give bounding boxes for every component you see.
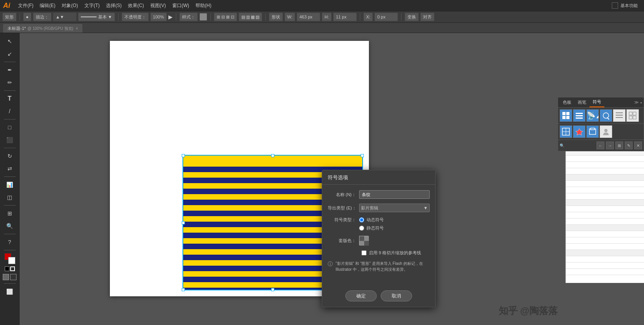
align-icons[interactable]: ⊞⊟⊠⊡ bbox=[214, 13, 237, 21]
stroke-color[interactable]: ● bbox=[23, 13, 31, 21]
tab-symbols[interactable]: 符号 bbox=[589, 97, 604, 107]
style-color[interactable] bbox=[199, 13, 207, 21]
opacity-expand[interactable]: ▶ bbox=[168, 14, 173, 20]
dialog-ok-button[interactable]: 确定 bbox=[345, 290, 377, 301]
main-layout: ↖ ↙ ✒ ✏ T / □ ⬛ ↻ ⇄ 📊 ◫ ⊞ 🔍 ? bbox=[0, 33, 644, 325]
opacity-label: 不透明度： bbox=[122, 13, 149, 21]
height-value[interactable]: 11 px bbox=[333, 13, 357, 21]
menu-help[interactable]: 帮助(H) bbox=[192, 1, 215, 11]
question-tool[interactable]: ? bbox=[4, 236, 16, 248]
menu-object[interactable]: 对象(O) bbox=[58, 1, 81, 11]
dialog-radio-dynamic[interactable]: 动态符号 bbox=[359, 217, 384, 223]
panel-btn-back[interactable]: ← bbox=[597, 141, 604, 149]
menu-window[interactable]: 窗口(W) bbox=[169, 1, 192, 11]
handle-bc[interactable] bbox=[271, 288, 274, 291]
menu-effect[interactable]: 效果(C) bbox=[125, 1, 147, 11]
reflect-tool[interactable]: ⇄ bbox=[4, 163, 16, 174]
normal-mode[interactable] bbox=[3, 274, 9, 280]
svg-rect-15 bbox=[616, 117, 623, 118]
menu-view[interactable]: 视图(V) bbox=[147, 1, 169, 11]
artboard-tool[interactable]: ⬜ bbox=[4, 286, 16, 297]
panel-btn-forward[interactable]: → bbox=[606, 141, 614, 149]
zoom-tool[interactable]: 🔍 bbox=[4, 220, 16, 232]
sym-icon-6[interactable] bbox=[626, 109, 639, 122]
toolbar-sep-2 bbox=[118, 13, 119, 20]
dialog-info-text: "影片剪辑" 和 "图形" 是用来导入 Flash 的标记，在 Illustra… bbox=[336, 261, 430, 272]
pen-tool[interactable]: ✒ bbox=[4, 64, 16, 76]
shape-selector[interactable]: 矩形 bbox=[2, 13, 16, 21]
rotate-tool[interactable]: ↻ bbox=[4, 150, 16, 162]
registration-color-swatch[interactable] bbox=[359, 236, 369, 245]
svg-rect-19 bbox=[633, 116, 636, 119]
handle-tl[interactable] bbox=[182, 154, 185, 157]
svg-rect-18 bbox=[629, 116, 632, 119]
transform-label[interactable]: 变换 bbox=[405, 13, 419, 21]
dialog-cancel-button[interactable]: 取消 bbox=[381, 290, 412, 301]
sym-icon-9[interactable] bbox=[586, 125, 599, 138]
handle-ml[interactable] bbox=[182, 221, 185, 224]
width-value[interactable]: 463 px bbox=[297, 13, 320, 21]
left-toolbar: ↖ ↙ ✒ ✏ T / □ ⬛ ↻ ⇄ 📊 ◫ ⊞ 🔍 ? bbox=[0, 33, 20, 325]
swatch-q2 bbox=[364, 236, 369, 241]
handle-tr[interactable] bbox=[361, 154, 364, 157]
direct-select-tool[interactable]: ↙ bbox=[4, 48, 16, 60]
symbol-options-dialog: 符号选项 名称 (N)： 导出类型 (E)： 影片剪辑 ▼ 符号类型 bbox=[322, 170, 436, 307]
watermark: 知乎 @陶落落 bbox=[499, 305, 558, 317]
align-label[interactable]: 对齐 bbox=[420, 13, 434, 21]
nineslice-label: 启用 9 格切片缩放的参考线 bbox=[369, 250, 421, 256]
tab-brushes[interactable]: 画笔 bbox=[575, 98, 589, 107]
sym-icon-10[interactable] bbox=[600, 125, 612, 138]
pencil-tool[interactable]: ✏ bbox=[4, 77, 16, 88]
select-tool[interactable]: ↖ bbox=[4, 35, 16, 47]
panel-close[interactable]: ▪ bbox=[640, 100, 642, 105]
sym-icon-4[interactable] bbox=[600, 109, 612, 122]
canvas-area[interactable]: 色板 画笔 符号 ≫ ▪ 📡 bbox=[20, 33, 644, 325]
radio-dynamic[interactable] bbox=[359, 217, 364, 222]
handle-bl[interactable] bbox=[182, 288, 185, 291]
dialog-radio-static[interactable]: 静态符号 bbox=[359, 225, 384, 231]
stroke-width-value[interactable]: ▲▼ bbox=[53, 13, 77, 21]
sym-icon-8[interactable] bbox=[573, 125, 586, 138]
dialog-export-select[interactable]: 影片剪辑 ▼ bbox=[359, 204, 430, 212]
document-tab[interactable]: 未标题-1* @ 100% (RGB/GPU 预览) × bbox=[3, 24, 82, 33]
menu-file[interactable]: 文件(F) bbox=[15, 1, 36, 11]
stroke-style-dropdown[interactable]: 基本 ▼ bbox=[78, 13, 115, 21]
type-tool[interactable]: T bbox=[4, 93, 16, 105]
panel-bottom-bar: 🔍 ← → ⊞ ✎ ✕ bbox=[558, 140, 644, 151]
fill-icon[interactable] bbox=[5, 266, 9, 271]
symbol-tool[interactable]: ⊞ bbox=[4, 207, 16, 219]
svg-rect-4 bbox=[562, 112, 566, 115]
radio-static[interactable] bbox=[359, 226, 364, 231]
panel-menu[interactable]: ≫ bbox=[634, 100, 639, 105]
menu-text[interactable]: 文字(T) bbox=[81, 1, 103, 11]
dialog-name-label: 名称 (N)： bbox=[328, 192, 359, 198]
graph-tool[interactable]: 📊 bbox=[4, 179, 16, 191]
dialog-export-row: 导出类型 (E)： 影片剪辑 ▼ bbox=[328, 204, 430, 212]
stroke-icon[interactable] bbox=[10, 266, 15, 271]
sym-icon-5[interactable] bbox=[613, 109, 626, 122]
color-swatches[interactable] bbox=[4, 253, 15, 264]
handle-tc[interactable] bbox=[271, 154, 274, 157]
rect-tool[interactable]: □ bbox=[4, 121, 16, 133]
opacity-value[interactable]: 100% bbox=[150, 13, 167, 21]
panel-btn-new[interactable]: ⊞ bbox=[615, 141, 623, 149]
x-value[interactable]: 0 px bbox=[374, 13, 398, 21]
paint-tool[interactable]: ⬛ bbox=[4, 134, 16, 146]
sym-icon-7[interactable] bbox=[560, 125, 572, 138]
nineslice-checkbox[interactable] bbox=[361, 250, 367, 255]
gradient-tool[interactable]: ◫ bbox=[4, 191, 16, 203]
more-align-icons[interactable]: ▤▥▦▧ bbox=[239, 13, 262, 21]
line-tool[interactable]: / bbox=[4, 105, 16, 117]
panel-btn-delete[interactable]: ✕ bbox=[634, 141, 642, 149]
panel-btn-edit[interactable]: ✎ bbox=[625, 141, 633, 149]
menu-select[interactable]: 选择(S) bbox=[103, 1, 125, 11]
sym-icon-3[interactable]: 📡 bbox=[586, 109, 599, 122]
sym-icon-1[interactable] bbox=[560, 109, 572, 122]
sym-icon-2[interactable] bbox=[573, 109, 586, 122]
screen-mode[interactable] bbox=[10, 274, 16, 280]
tab-close-button[interactable]: × bbox=[76, 26, 78, 31]
tab-swatches[interactable]: 色板 bbox=[560, 98, 575, 107]
dialog-name-input[interactable] bbox=[359, 190, 430, 199]
dialog-nineslice-row: 启用 9 格切片缩放的参考线 bbox=[328, 250, 430, 256]
menu-edit[interactable]: 编辑(E) bbox=[36, 1, 58, 11]
